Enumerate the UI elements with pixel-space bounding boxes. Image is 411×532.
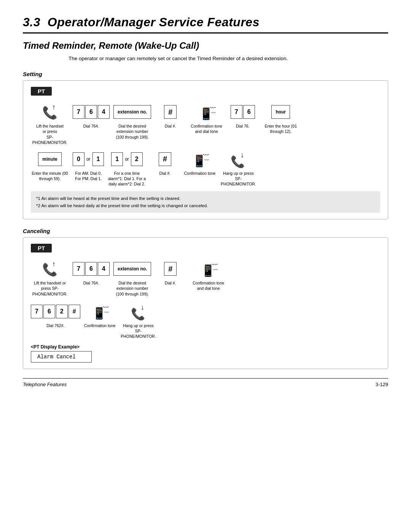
keys-76-caption: Dial 76. (236, 123, 250, 129)
c-step-764: 7 6 4 Dial 764. (73, 259, 110, 286)
c-key-6: 6 (85, 262, 97, 276)
key-1a: 1 (92, 152, 104, 166)
key-6: 6 (85, 105, 97, 119)
0or1-icon: 0 or 1 (73, 149, 104, 169)
1or2-icon: 1 or 2 (111, 149, 142, 169)
extension-no-icon: extension no. (113, 102, 151, 122)
c-762hash-icon: 7 6 2 # (31, 301, 80, 322)
c-step-extension: extension no. Dial the desired extension… (113, 259, 151, 297)
hash1-box: # (164, 105, 177, 119)
hash2-box: # (159, 152, 171, 166)
setting-row2: minute Enter the minute (00 through 59).… (31, 149, 380, 187)
display-screen: Alarm Cancel (31, 351, 92, 363)
hour-caption: Enter the hour (01 through 12). (262, 123, 300, 134)
svg-text:〰: 〰 (211, 110, 216, 116)
footer-left: Telephone Features (23, 382, 67, 387)
c-step-conf-dial: 📱 〰 〰 Confirmation tone and dial tone (190, 259, 228, 291)
hash1-caption: Dial #. (165, 123, 176, 129)
keys-764-icon: 7 6 4 (73, 102, 110, 122)
step-lift-handset: 📞 ↑ Lift the handsetor pressSP-PHONE/MON… (31, 102, 69, 145)
canceling-row1: 📞 ↑ Lift the handset or press SP-PHONE/M… (31, 259, 380, 297)
c-step-lift: 📞 ↑ Lift the handset or press SP-PHONE/M… (31, 259, 69, 297)
c-step-762hash: 7 6 2 # Dial 762#. (31, 301, 80, 328)
c-step-hash: # Dial #. (155, 259, 186, 286)
step-hash2: # Dial #. (150, 149, 180, 176)
c-extension-icon: extension no. (113, 259, 151, 279)
step-hour: hour Enter the hour (01 through 12). (262, 102, 300, 134)
c-hangup-caption: Hang up or press SP-PHONE/MONITOR. (119, 323, 158, 339)
chapter-divider (23, 32, 388, 34)
key-6b: 6 (243, 105, 255, 119)
conf-dial-tone-caption: Confirmation tone and dial tone (190, 123, 224, 134)
chapter-title: 3.3 Operator/Manager Service Features (23, 15, 388, 29)
note-1: *1 An alarm will be heard at the preset … (36, 195, 375, 202)
svg-text:↑: ↑ (52, 103, 56, 111)
c-key-4: 4 (98, 262, 110, 276)
step-minute: minute Enter the minute (00 through 59). (31, 149, 69, 181)
setting-heading: Setting (23, 71, 388, 77)
minute-icon: minute (38, 149, 61, 169)
c-key-6b: 6 (43, 305, 55, 318)
step-hash1: # Dial #. (155, 102, 186, 129)
svg-text:〰: 〰 (204, 158, 209, 163)
conf-tone-caption: Confirmation tone (184, 171, 215, 176)
canceling-heading: Canceling (23, 228, 388, 234)
minute-box: minute (38, 152, 61, 166)
setting-row1: 📞 ↑ Lift the handsetor pressSP-PHONE/MON… (31, 102, 380, 145)
canceling-diagram: PT 📞 ↑ Lift the handset or press SP-PHON… (23, 237, 388, 369)
svg-text:↓: ↓ (141, 304, 144, 311)
lift-handset-caption: Lift the handsetor pressSP-PHONE/MONITOR… (31, 123, 69, 145)
c-hangup-icon: 📞 ↓ (129, 301, 148, 322)
c-hash-icon: # (164, 259, 177, 279)
footer: Telephone Features 3-129 (23, 378, 388, 387)
hash2-icon: # (159, 149, 171, 169)
intro-text: The operator or manager can remotely set… (68, 55, 388, 62)
footer-right: 3-129 (376, 382, 388, 387)
c-lift-caption: Lift the handset or press SP-PHONE/MONIT… (31, 280, 69, 297)
extension-no-caption: Dial the desired extension number (100 t… (113, 123, 151, 140)
display-example-label: <PT Display Example> (31, 344, 380, 350)
keys-76-icon: 7 6 (231, 102, 255, 122)
minute-caption: Enter the minute (00 through 59). (31, 171, 69, 181)
svg-text:↑: ↑ (52, 260, 56, 268)
c-key-hash2: # (68, 305, 80, 318)
canceling-pt-label: PT (31, 244, 52, 252)
step-extension-no: extension no. Dial the desired extension… (113, 102, 151, 140)
key-1b: 1 (111, 152, 123, 166)
c-hash-box: # (164, 262, 177, 276)
c-extension-box: extension no. (113, 262, 151, 276)
note-2: *2 An alarm will be heard daily at the p… (36, 202, 375, 209)
c-step-conf-tone: 📱 〰 〰 Confirmation tone (84, 301, 116, 328)
svg-text:↓: ↓ (241, 151, 244, 159)
step-76: 7 6 Dial 76. (228, 102, 258, 129)
hash1-icon: # (164, 102, 177, 122)
hour-icon: hour (271, 102, 290, 122)
hangup-caption: Hang up or press SP-PHONE/MONITOR. (219, 171, 257, 187)
setting-notes: *1 An alarm will be heard at the preset … (31, 191, 380, 213)
step-hangup: 📞 ↓ Hang up or press SP-PHONE/MONITOR. (219, 149, 257, 187)
or-text-2: or (125, 157, 129, 162)
svg-text:〰: 〰 (213, 267, 218, 273)
step-conf-dial-tone: 📱 〰 〰 Confirmation tone and dial tone (190, 102, 224, 134)
c-762hash-caption: Dial 762#. (46, 323, 64, 328)
c-key-7b: 7 (31, 305, 43, 318)
c-conf-tone-caption: Confirmation tone (84, 323, 116, 328)
c-extension-caption: Dial the desired extension number (100 t… (113, 280, 151, 297)
page-container: 3.3 Operator/Manager Service Features Ti… (23, 15, 388, 387)
c-phone-ring-icon: 📱 〰 〰 (199, 259, 218, 279)
key-7b: 7 (231, 105, 242, 119)
key-0: 0 (73, 152, 84, 166)
1or2-caption: For a one time alarm*1: Dial 1. For a da… (108, 171, 146, 187)
keys-764-caption: Dial 764. (83, 123, 99, 129)
extension-no-box: extension no. (113, 105, 151, 119)
or-text-1: or (86, 157, 91, 162)
canceling-row2: 7 6 2 # Dial 762#. 📱 〰 〰 Conf (31, 301, 380, 339)
c-key-2: 2 (56, 305, 68, 318)
phone-ring-1-icon: 📱 〰 〰 (198, 102, 216, 122)
c-764-caption: Dial 764. (83, 280, 99, 286)
step-1or2: 1 or 2 For a one time alarm*1: Dial 1. F… (108, 149, 146, 187)
setting-diagram: PT 📞 ↑ Lift the handsetor pressSP-PHONE/… (23, 80, 388, 219)
hour-box: hour (271, 105, 290, 119)
c-conf-tone-icon: 📱 〰 〰 (91, 301, 109, 322)
c-hash-caption: Dial #. (165, 280, 176, 286)
